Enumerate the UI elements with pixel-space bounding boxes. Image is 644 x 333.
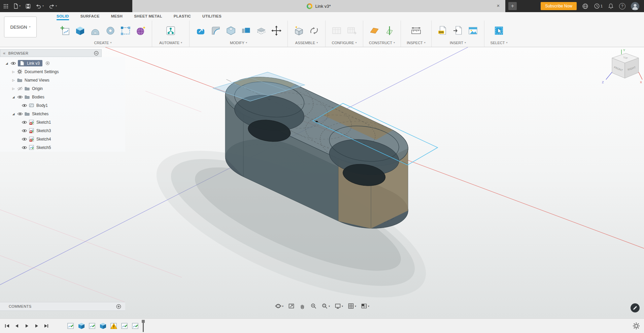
inspect-dropdown[interactable]: INSPECT ▾ (405, 40, 427, 47)
timeline-sketch-warning-feature[interactable] (110, 322, 118, 330)
browser-row-document-settings[interactable]: ▷ Document Settings (0, 67, 125, 76)
file-menu-button[interactable]: ▾ (13, 3, 21, 9)
expand-arrow-icon[interactable]: ▷ (11, 70, 15, 73)
activate-component-radio[interactable] (45, 61, 50, 65)
timeline-scrubber[interactable] (141, 320, 145, 332)
play-button[interactable] (24, 323, 30, 329)
workspace-selector[interactable]: DESIGN ▾ (4, 17, 37, 37)
timeline-extrude1-feature[interactable] (77, 322, 86, 330)
expand-arrow-icon[interactable]: ◢ (11, 112, 15, 116)
select-button[interactable] (492, 23, 506, 38)
browser-row-sketches[interactable]: ◢ Sketches (0, 110, 125, 118)
subscribe-now-button[interactable]: Subscribe Now (541, 2, 577, 10)
expand-arrow-icon[interactable]: ▷ (11, 87, 15, 90)
modify-dropdown[interactable]: MODIFY ▾ (194, 40, 283, 47)
insert-configuration-button[interactable] (345, 23, 359, 38)
fillet-button[interactable] (209, 23, 223, 38)
visibility-eye-icon[interactable] (17, 112, 23, 116)
browser-row-bodies[interactable]: ◢ Bodies (0, 93, 125, 101)
browser-row-body1[interactable]: Body1 (0, 101, 125, 110)
grid-and-snaps-button[interactable]: ▾ (347, 302, 357, 310)
insert-svg-button[interactable]: SVG (436, 23, 449, 38)
collapse-panel-icon[interactable]: « (3, 51, 6, 55)
tab-plastic[interactable]: PLASTIC (174, 14, 191, 20)
undo-button[interactable]: ▾ (36, 4, 44, 8)
move-copy-button[interactable] (270, 23, 283, 38)
insert-dropdown[interactable]: INSERT ▾ (436, 40, 480, 47)
step-forward-button[interactable] (33, 323, 39, 329)
create-form-button[interactable] (134, 23, 147, 38)
construct-dropdown[interactable]: CONSTRUCT ▾ (368, 40, 396, 47)
redo-button[interactable]: ▾ (49, 4, 57, 8)
selected-root-item[interactable]: Link v3 (18, 60, 42, 66)
timeline-settings-gear-icon[interactable] (633, 322, 640, 330)
construction-axis-button[interactable] (383, 23, 396, 38)
browser-row-named-views[interactable]: ▷ Named Views (0, 76, 125, 84)
visibility-eye-icon[interactable] (22, 103, 27, 108)
tab-utilities[interactable]: UTILITIES (202, 14, 222, 20)
visibility-eye-icon[interactable] (22, 129, 27, 133)
web-home-button[interactable] (582, 3, 588, 9)
minimize-browser-icon[interactable] (94, 51, 99, 56)
browser-row-sketch1[interactable]: Sketch1 (0, 118, 125, 126)
create-dropdown[interactable]: CREATE ▾ (58, 40, 147, 47)
rectangular-pattern-button[interactable] (119, 23, 132, 38)
tab-solid[interactable]: SOLID (57, 14, 69, 20)
timeline-sketch4-feature[interactable] (121, 322, 129, 330)
display-settings-button[interactable]: ▾ (334, 302, 344, 310)
viewports-button[interactable]: ▾ (360, 302, 370, 310)
document-tab[interactable]: Link v3* × (132, 0, 505, 12)
expand-arrow-icon[interactable]: ◢ (5, 62, 9, 65)
visibility-eye-icon[interactable] (17, 95, 23, 99)
offset-face-button[interactable] (255, 23, 268, 38)
add-comment-icon[interactable] (116, 304, 121, 309)
browser-row-root[interactable]: ◢ Link v3 (0, 59, 125, 67)
new-component-button[interactable] (292, 23, 306, 38)
tab-mesh[interactable]: MESH (111, 14, 123, 20)
visibility-eye-icon[interactable] (22, 146, 27, 150)
press-pull-button[interactable] (194, 23, 207, 38)
expand-arrow-icon[interactable]: ▷ (11, 79, 15, 82)
insert-canvas-button[interactable] (466, 23, 480, 38)
user-avatar[interactable] (631, 2, 639, 10)
browser-row-origin[interactable]: ▷ Origin (0, 84, 125, 93)
orbit-button[interactable]: ▾ (274, 302, 284, 310)
look-at-button[interactable] (287, 302, 295, 310)
timeline-sketch1-feature[interactable] (67, 322, 75, 330)
browser-header[interactable]: « BROWSER (0, 49, 102, 57)
browser-row-sketch5[interactable]: Sketch5 (0, 143, 125, 152)
joint-button[interactable] (307, 23, 321, 38)
timeline-extrude2-feature[interactable] (99, 322, 107, 330)
shell-button[interactable] (224, 23, 238, 38)
zoom-button[interactable] (309, 302, 317, 310)
help-button[interactable]: ? (619, 3, 625, 9)
timeline-sketch5-feature[interactable] (131, 322, 139, 330)
create-sketch-button[interactable] (58, 23, 72, 38)
go-to-start-button[interactable] (4, 323, 10, 329)
browser-row-sketch3[interactable]: Sketch3 (0, 126, 125, 135)
visibility-eye-icon[interactable] (10, 61, 16, 65)
offset-plane-button[interactable] (368, 23, 381, 38)
measure-button[interactable] (409, 23, 423, 38)
annotate-fab-button[interactable] (631, 303, 640, 312)
save-button[interactable] (26, 4, 31, 9)
combine-button[interactable] (239, 23, 253, 38)
comments-bar[interactable]: COMMENTS (0, 302, 125, 311)
extrude-button[interactable] (89, 23, 102, 38)
view-cube[interactable]: FRONT RIGHT TOP Y X Z (602, 49, 642, 84)
visibility-eye-icon[interactable] (22, 137, 27, 141)
box-primitive-button[interactable] (73, 23, 87, 38)
tab-surface[interactable]: SURFACE (80, 14, 100, 20)
go-to-end-button[interactable] (43, 323, 49, 329)
visibility-eye-off-icon[interactable] (17, 87, 23, 91)
insert-mesh-button[interactable] (451, 23, 465, 38)
tab-sheet-metal[interactable]: SHEET METAL (134, 14, 162, 20)
viewport-canvas[interactable]: FRONT RIGHT TOP Y X Z « BROWSER (0, 47, 644, 319)
zoom-window-button[interactable]: ▾ (320, 302, 331, 310)
job-status-button[interactable]: 1 (594, 3, 603, 9)
configuration-table-button[interactable] (330, 23, 343, 38)
torus-primitive-button[interactable] (104, 23, 117, 38)
configure-dropdown[interactable]: CONFIGURE ▾ (330, 40, 359, 47)
select-dropdown[interactable]: SELECT ▾ (489, 40, 509, 47)
notifications-button[interactable] (608, 3, 614, 9)
